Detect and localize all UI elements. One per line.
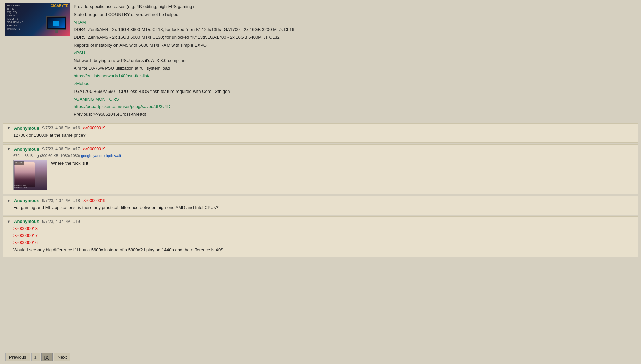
collapse-btn-18[interactable]: ▼ [6,198,11,203]
iqdb-search-link[interactable]: iqdb [106,154,113,158]
google-search-link[interactable]: google [81,154,92,158]
post-17-content: 679b...83d8.jpg (300.60 KB, 1080x1080) g… [13,153,635,191]
yandex-search-link[interactable]: yandex [93,154,105,158]
post-17-thumb-inner: VIRTUXT Sakura RX780XT Sakura RX7700XT [14,160,47,190]
previous-button[interactable]: Previous [5,353,30,361]
post-17-num: #17 [73,147,80,151]
collapse-btn-17[interactable]: ▼ [6,147,11,151]
post-17-image-row: VIRTUXT Sakura RX780XT Sakura RX7700XT W… [13,160,635,190]
post-18-date: 9/7/23, 4:07 PM [42,198,71,203]
post-17-text: Where the fuck is it [51,160,88,167]
post-19-date: 9/7/23, 4:07 PM [42,219,71,224]
post-17-name: Anonymous [14,147,39,152]
line-11: LGA1700 B660/Z690 - CPU-less BIOS flash … [74,88,636,95]
post-16-num: #16 [73,126,80,130]
post-16-header: ▼ Anonymous 9/7/23, 4:06 PM #16 >>000000… [6,126,635,131]
line-13: https://pcpartpicker.com/user/pcbg/saved… [74,103,636,110]
post-thumb-label: VIRTUXT [14,161,24,165]
post-19: ▼ Anonymous 9/7/23, 4:07 PM #19 >>000000… [3,216,638,257]
post-16-date: 9/7/23, 4:06 PM [42,126,71,130]
line-10: >Mobos [74,80,636,87]
post-19-name: Anonymous [14,219,39,224]
line-9: https://cultists.network/140/psu-tier-li… [74,73,636,80]
line-12: >GAMING MONITORS [74,96,636,103]
line-7: Not worth buying a new PSU unless it's A… [74,57,636,64]
posts-container: ▼ Anonymous 9/7/23, 4:06 PM #16 >>000000… [0,123,641,257]
post-18-reply[interactable]: >>00000019 [83,198,105,203]
post-19-num: #19 [73,219,80,224]
line-6: >PSU [74,50,636,57]
post-17-reply[interactable]: >>00000019 [83,147,105,151]
pagination-bar: Previous 1 [2] Next [0,350,76,364]
product-image-box: 3840 x 2160 55 IPS 5%(HRT) 550NTS (MSIMR… [5,3,70,36]
wait-search-link[interactable]: wait [114,154,121,158]
collapse-btn-16[interactable]: ▼ [6,126,11,130]
post-18-header: ▼ Anonymous 9/7/23, 4:07 PM #18 >>000000… [6,198,635,203]
post-16-name: Anonymous [14,126,39,131]
post-17-date: 9/7/23, 4:06 PM [42,147,71,151]
next-button[interactable]: Next [54,353,71,361]
spacer [0,258,641,346]
post-17: ▼ Anonymous 9/7/23, 4:06 PM #17 >>000000… [3,144,638,194]
post-17-file-info: 679b...83d8.jpg (300.60 KB, 1080x1080) g… [13,153,635,159]
post-17-header: ▼ Anonymous 9/7/23, 4:06 PM #17 >>000000… [6,147,635,152]
line-14: Previous: >>95851045(Cross-thread) [74,111,636,118]
monitor-icon [46,16,66,30]
divider [3,122,638,122]
post-19-content: >>00000018 >>00000017 >>00000016 Would I… [13,225,635,253]
line-0: Provide specific use cases (e.g. 4K edit… [74,3,636,10]
line-2: >RAM [74,19,636,26]
post-17-thumb[interactable]: VIRTUXT Sakura RX780XT Sakura RX7700XT [13,160,47,190]
top-section: 3840 x 2160 55 IPS 5%(HRT) 550NTS (MSIMR… [0,0,641,122]
post-18-num: #18 [73,198,80,203]
line-4: DDR5: Zen4/AM5 - 2x 16GB 6000 MT/s CL30;… [74,34,636,41]
top-content: Provide specific use cases (e.g. 4K edit… [74,3,636,119]
collapse-btn-19[interactable]: ▼ [6,219,11,224]
line-8: Aim for 50-75% PSU utilization at full s… [74,65,636,72]
monitor-stand [55,30,58,33]
page-1-num[interactable]: 1 [31,353,40,361]
post-18-name: Anonymous [14,198,39,203]
post-18: ▼ Anonymous 9/7/23, 4:07 PM #18 >>000000… [3,196,638,215]
page-wrapper: 3840 x 2160 55 IPS 5%(HRT) 550NTS (MSIMR… [0,0,641,364]
post-16-content: 12700k or 13600k at the same price? [13,132,635,139]
product-brand: GIGABYTE [51,4,68,8]
line-3: DDR4: Zen3/AM4 - 2x 16GB 3600 MT/s CL18;… [74,26,636,33]
post-17-search-links: google yandex iqdb wait [81,154,121,158]
post-19-header: ▼ Anonymous 9/7/23, 4:07 PM #19 [6,219,635,224]
line-5: Reports of instablity on AM5 with 6000 M… [74,42,636,49]
product-specs: 3840 x 2160 55 IPS 5%(HRT) 550NTS (MSIMR… [7,4,23,30]
line-1: State budget and COUNTRY or you will not… [74,11,636,18]
post-18-content: For gaming and ML applications, is there… [13,204,635,211]
post-16-reply[interactable]: >>00000019 [83,126,105,130]
page-2-num[interactable]: [2] [41,353,53,361]
post-16: ▼ Anonymous 9/7/23, 4:06 PM #16 >>000000… [3,123,638,143]
product-image-inner: 3840 x 2160 55 IPS 5%(HRT) 550NTS (MSIMR… [5,3,70,36]
